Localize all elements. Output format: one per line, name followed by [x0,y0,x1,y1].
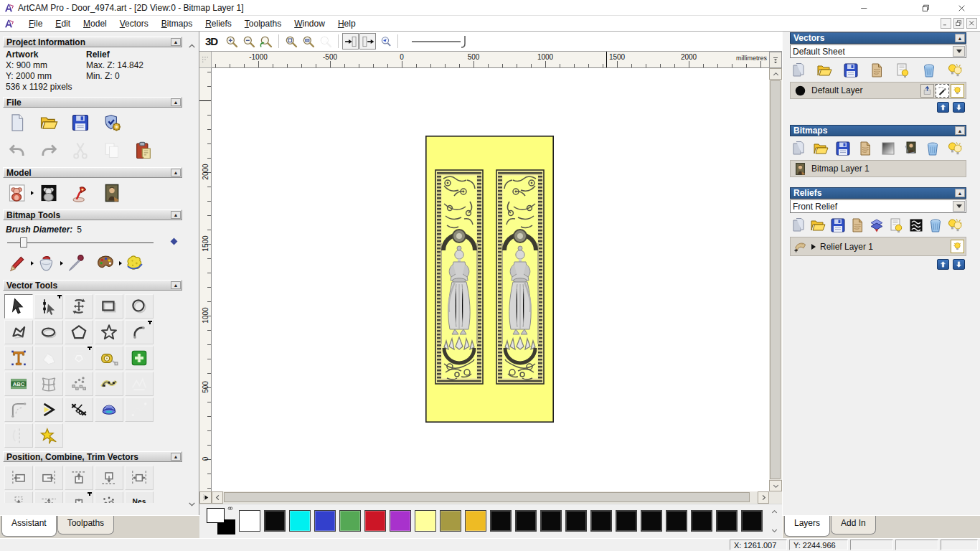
palette-swatch[interactable] [440,510,461,532]
mona-lisa-button[interactable] [102,183,122,203]
paste-plus-button[interactable] [125,346,154,370]
canvas-2d-view[interactable] [212,68,769,491]
merge-page-button[interactable] [857,140,874,157]
vertical-scroll-thumb[interactable] [770,80,781,479]
menu-file[interactable]: File [22,17,49,30]
open-folder-button[interactable] [39,113,59,133]
bulbs-button[interactable] [946,140,963,157]
scroll-down-button[interactable] [769,480,782,491]
move-layer-up-button[interactable] [937,102,949,113]
palette-swatch[interactable] [239,510,260,532]
bulbs-button[interactable] [946,62,963,79]
fillet-tool-button[interactable] [4,397,33,422]
bulb-page-button[interactable] [887,217,905,234]
panel-scroll-up-button[interactable] [186,40,197,52]
text-banner-button[interactable]: ABC [4,372,33,396]
layer-colour-icon[interactable] [793,84,807,98]
collapse-button[interactable]: ▲ [171,169,181,176]
block-paste-button[interactable] [65,372,93,396]
palette-swatch[interactable] [415,510,436,532]
tab-layers[interactable]: Layers [784,516,830,537]
new-file-gray-button[interactable] [790,217,807,234]
align-right-button[interactable] [34,466,63,490]
canvas-horizontal-scrollbar[interactable] [212,491,769,504]
align-top-b-button[interactable] [4,491,33,503]
zebra-preview-button[interactable] [908,217,925,234]
merge-page-button[interactable] [868,62,885,79]
flyout-arrow-icon[interactable] [60,261,63,265]
menu-reliefs[interactable]: Reliefs [199,17,238,30]
tab-add-in[interactable]: Add In [831,516,876,534]
tab-toolpaths[interactable]: Toolpaths [57,516,114,534]
collapse-button[interactable]: ▲ [955,34,965,42]
canvas-vertical-scrollbar[interactable] [769,68,782,491]
align-left-button[interactable] [4,466,33,490]
palette-scroll-up-button[interactable] [770,507,779,517]
line-width-slider[interactable] [409,34,473,50]
text-tool-button[interactable] [4,346,33,370]
palette-swatch[interactable] [339,510,361,532]
bitmap-layer-row[interactable]: Bitmap Layer 1 [790,160,966,177]
palette-swatch[interactable] [390,510,411,532]
snap-layer-button[interactable] [936,84,949,98]
move-layer-up-button[interactable] [937,259,949,270]
ellipse-tool-button[interactable] [34,320,63,344]
horizontal-scroll-thumb[interactable] [224,492,750,502]
align-top-c-button[interactable] [34,491,63,503]
new-file-gray-button[interactable] [790,62,807,79]
primary-colour-swatch[interactable] [207,508,225,523]
circle-tool-button[interactable] [125,294,154,319]
paint-bucket-button[interactable] [37,253,57,273]
open-folder-button[interactable] [812,140,829,157]
bulb-page-button[interactable] [894,62,911,79]
rect-tool-button[interactable] [95,294,123,319]
measure-tool-button[interactable] [95,346,123,370]
palette-swatch[interactable] [264,510,286,532]
switch-3d-view-button[interactable]: 3D [205,35,217,47]
snap-view-b-button[interactable] [359,33,376,50]
collapse-button[interactable]: ▲ [171,453,181,461]
link-colours-icon[interactable] [225,505,235,512]
node-select-button[interactable] [34,294,63,319]
dropdown-arrow-button[interactable] [953,201,965,212]
zoom-page-button[interactable] [283,33,299,50]
trim-vectors-button[interactable] [65,397,93,422]
arc-tool-button[interactable] [125,320,154,344]
snap-view-a-button[interactable] [342,33,359,50]
save-button[interactable] [842,62,859,79]
undo-button[interactable] [7,141,27,161]
nesting-button[interactable]: Nes [125,491,154,503]
gradient-square-button[interactable] [880,140,897,157]
save-button[interactable] [70,113,90,133]
palette-swatch[interactable] [364,510,386,532]
trash-button[interactable] [924,140,941,157]
collapse-button[interactable]: ▲ [171,98,181,106]
panel-scroll-down-button[interactable] [186,498,197,509]
bulbs-button[interactable] [946,217,963,234]
polyline-tool-button[interactable] [4,320,33,344]
palette-button[interactable] [95,253,116,273]
zoom-objects-button[interactable] [300,33,316,50]
options-shield-button[interactable] [102,113,122,133]
new-file-gray-button[interactable] [790,140,807,157]
collapse-button[interactable]: ▲ [171,38,181,46]
save-button[interactable] [829,217,847,234]
center-horizontal-button[interactable] [125,466,154,490]
center-vertical-button[interactable] [65,491,93,503]
merge-layer-button[interactable] [920,84,934,98]
paste-button[interactable] [133,141,154,161]
window-close-button[interactable] [954,1,969,14]
mdi-minimize-button[interactable] [941,18,951,29]
menu-window[interactable]: Window [288,17,331,30]
zoom-previous-button[interactable] [258,33,274,50]
palette-swatch[interactable] [490,510,512,532]
window-restore-button[interactable] [918,1,933,14]
paint-pencil-button[interactable] [7,253,27,273]
new-file-button[interactable] [7,113,27,133]
palette-swatch[interactable] [540,510,562,532]
layer-visibility-button[interactable] [951,84,964,98]
palette-swatch[interactable] [289,510,311,532]
mdi-close-button[interactable] [966,18,977,29]
select-arrow-button[interactable] [4,294,33,319]
ruler-units-dropdown-button[interactable] [769,52,782,68]
